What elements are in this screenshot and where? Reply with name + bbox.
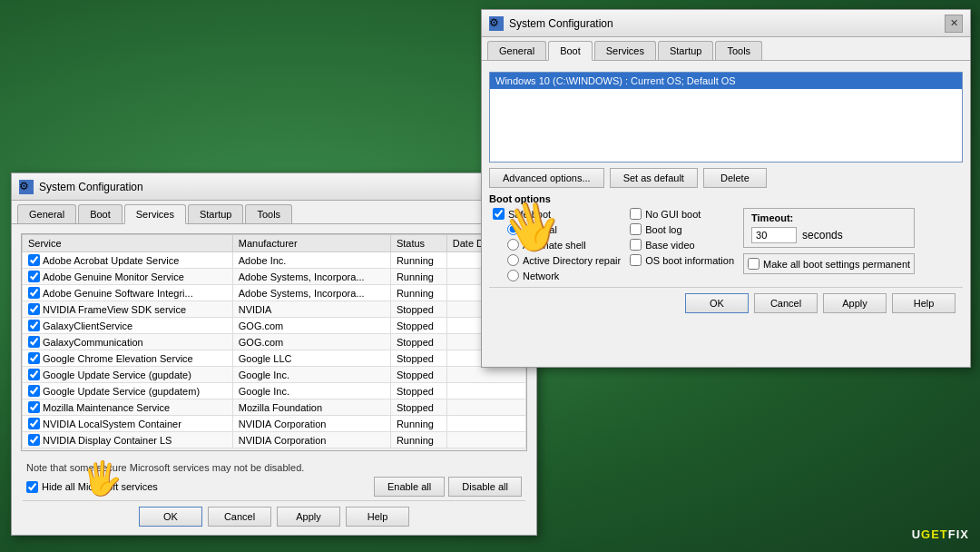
services-window: ⚙ System Configuration General Boot Serv… bbox=[11, 172, 537, 536]
table-row: NVIDIA LocalSystem Container NVIDIA Corp… bbox=[23, 416, 526, 432]
service-manufacturer: Adobe Inc. bbox=[232, 252, 390, 269]
boot-apply-button[interactable]: Apply bbox=[823, 293, 887, 313]
boot-tab-bar: General Boot Services Startup Tools bbox=[482, 37, 970, 61]
boot-help-button[interactable]: Help bbox=[892, 293, 956, 313]
enable-all-button[interactable]: Enable all bbox=[374, 477, 445, 497]
services-table-container[interactable]: Service Manufacturer Status Date Disable… bbox=[21, 233, 527, 451]
boot-middle-col: No GUI boot Boot log Base video OS boot … bbox=[630, 208, 734, 281]
no-gui-label: No GUI boot bbox=[645, 209, 701, 220]
services-cancel-button[interactable]: Cancel bbox=[208, 507, 271, 527]
tab-boot[interactable]: Boot bbox=[78, 204, 122, 223]
timeout-input[interactable] bbox=[751, 227, 797, 243]
col-service: Service bbox=[23, 235, 233, 252]
service-checkbox[interactable] bbox=[28, 287, 40, 299]
os-list-item[interactable]: Windows 10 (C:\WINDOWS) : Current OS; De… bbox=[490, 73, 962, 89]
boot-tab-services[interactable]: Services bbox=[594, 41, 656, 60]
service-checkbox[interactable] bbox=[28, 254, 40, 266]
no-gui-checkbox[interactable] bbox=[630, 208, 642, 220]
service-name-cell: GalaxyClientService bbox=[23, 318, 233, 334]
advanced-options-button[interactable]: Advanced options... bbox=[489, 168, 604, 188]
table-row: Adobe Acrobat Update Service Adobe Inc. … bbox=[23, 252, 526, 269]
service-checkbox[interactable] bbox=[28, 385, 40, 397]
boot-action-buttons: Advanced options... Set as default Delet… bbox=[489, 168, 963, 188]
hide-ms-checkbox[interactable] bbox=[26, 481, 38, 493]
boot-tab-general[interactable]: General bbox=[487, 41, 546, 60]
os-boot-info-container: OS boot information bbox=[630, 254, 734, 266]
service-status: Stopped bbox=[390, 350, 446, 367]
services-note: Note that some secure Microsoft services… bbox=[26, 462, 522, 473]
service-name-cell: Google Update Service (gupdatem) bbox=[23, 383, 233, 399]
radio-minimal-input[interactable] bbox=[507, 223, 519, 235]
seconds-label: seconds bbox=[802, 229, 843, 242]
services-window-title: System Configuration bbox=[39, 181, 143, 193]
close-button[interactable]: ✕ bbox=[945, 15, 963, 33]
radio-alternate-input[interactable] bbox=[507, 239, 519, 251]
tab-services[interactable]: Services bbox=[124, 204, 186, 224]
tab-tools[interactable]: Tools bbox=[245, 204, 292, 223]
tab-startup[interactable]: Startup bbox=[188, 204, 243, 223]
tab-general[interactable]: General bbox=[17, 204, 76, 223]
watermark-fix: FIX bbox=[948, 527, 969, 541]
service-status: Running bbox=[390, 269, 446, 285]
base-video-checkbox[interactable] bbox=[630, 239, 642, 251]
service-date bbox=[446, 367, 525, 383]
service-manufacturer: NVIDIA bbox=[232, 301, 390, 318]
service-name-cell: NVIDIA Display Container LS bbox=[23, 432, 233, 448]
services-content: Service Manufacturer Status Date Disable… bbox=[12, 224, 536, 541]
service-name-cell: GalaxyCommunication bbox=[23, 334, 233, 350]
service-name: NVIDIA LocalSystem Container bbox=[43, 419, 181, 429]
make-permanent-checkbox[interactable] bbox=[748, 258, 760, 270]
safe-boot-radio-group: Minimal Alternate shell Active Directory… bbox=[507, 223, 621, 281]
service-checkbox[interactable] bbox=[28, 401, 40, 413]
service-name: NVIDIA Display Container LS bbox=[43, 435, 172, 446]
services-titlebar: ⚙ System Configuration bbox=[12, 173, 536, 201]
services-help-button[interactable]: Help bbox=[346, 507, 409, 527]
safe-boot-checkbox[interactable] bbox=[493, 208, 505, 220]
os-boot-checkbox[interactable] bbox=[630, 254, 642, 266]
service-status: Running bbox=[390, 252, 446, 269]
service-checkbox[interactable] bbox=[28, 303, 40, 315]
boot-content: Windows 10 (C:\WINDOWS) : Current OS; De… bbox=[482, 61, 970, 326]
disable-all-button[interactable]: Disable all bbox=[448, 477, 522, 497]
service-name: NVIDIA FrameView SDK service bbox=[43, 304, 186, 315]
os-boot-label: OS boot information bbox=[645, 255, 734, 266]
service-manufacturer: Adobe Systems, Incorpora... bbox=[232, 269, 390, 285]
services-action-buttons: Enable all Disable all bbox=[374, 477, 522, 497]
boot-dialog-buttons: OK Cancel Apply Help bbox=[489, 287, 963, 319]
services-ok-button[interactable]: OK bbox=[139, 507, 202, 527]
service-checkbox[interactable] bbox=[28, 434, 40, 446]
os-list[interactable]: Windows 10 (C:\WINDOWS) : Current OS; De… bbox=[489, 72, 963, 163]
service-manufacturer: GOG.com bbox=[232, 334, 390, 350]
services-footer: Note that some secure Microsoft services… bbox=[17, 455, 531, 536]
radio-network-input[interactable] bbox=[507, 270, 519, 281]
service-checkbox[interactable] bbox=[28, 320, 40, 331]
service-name: Google Chrome Elevation Service bbox=[43, 353, 193, 364]
boot-ok-button[interactable]: OK bbox=[685, 293, 749, 313]
boot-tab-boot[interactable]: Boot bbox=[548, 41, 593, 61]
col-status: Status bbox=[390, 235, 446, 252]
service-status: Stopped bbox=[390, 399, 446, 416]
timeout-row: seconds bbox=[751, 227, 906, 243]
boot-cancel-button[interactable]: Cancel bbox=[754, 293, 818, 313]
boot-tab-tools[interactable]: Tools bbox=[715, 41, 762, 60]
services-window-icon: ⚙ bbox=[19, 180, 34, 194]
service-checkbox[interactable] bbox=[28, 352, 40, 364]
service-manufacturer: Google Inc. bbox=[232, 367, 390, 383]
table-row: GalaxyCommunication GOG.com Stopped bbox=[23, 334, 526, 350]
service-checkbox[interactable] bbox=[28, 369, 40, 380]
boot-log-checkbox[interactable] bbox=[630, 223, 642, 235]
boot-tab-startup[interactable]: Startup bbox=[658, 41, 713, 60]
service-date bbox=[446, 416, 525, 432]
radio-ad-input[interactable] bbox=[507, 254, 519, 266]
service-status: Stopped bbox=[390, 301, 446, 318]
radio-alternate-label: Alternate shell bbox=[523, 240, 586, 251]
set-default-button[interactable]: Set as default bbox=[610, 168, 698, 188]
service-status: Running bbox=[390, 432, 446, 448]
service-checkbox[interactable] bbox=[28, 271, 40, 282]
delete-button[interactable]: Delete bbox=[703, 168, 767, 188]
services-apply-button[interactable]: Apply bbox=[277, 507, 340, 527]
service-checkbox[interactable] bbox=[28, 418, 40, 429]
radio-minimal: Minimal bbox=[507, 223, 621, 235]
service-status: Stopped bbox=[390, 383, 446, 399]
service-checkbox[interactable] bbox=[28, 336, 40, 348]
